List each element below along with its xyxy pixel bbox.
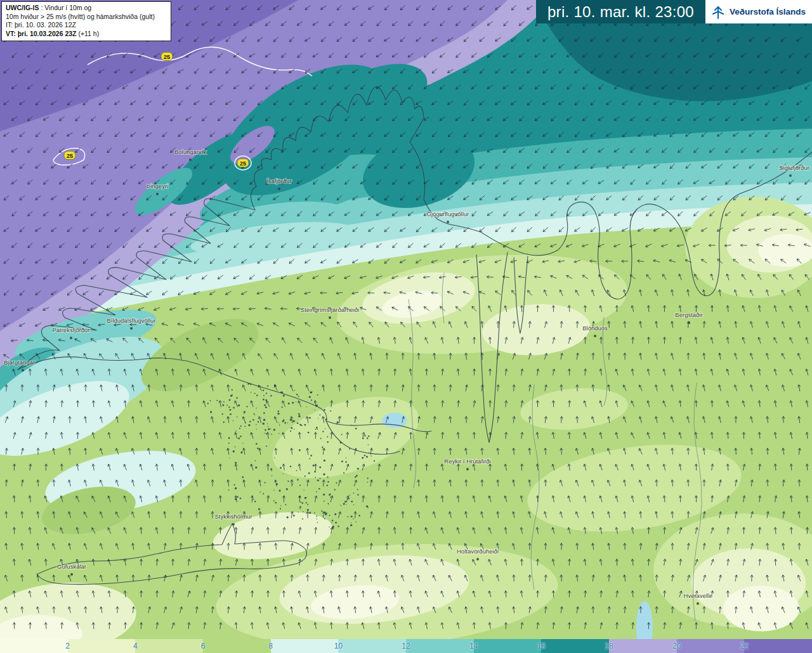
island-speckle [346,504,347,505]
island-speckle [324,460,325,462]
island-speckle [326,514,327,515]
island-speckle [244,413,244,413]
island-speckle [368,436,369,437]
place-label: Bíldudalsflugvöllur [107,317,155,324]
island-speckle [350,495,350,495]
island-speckle [286,488,288,490]
island-speckle [323,474,325,475]
island-speckle [256,429,257,429]
island-speckle [291,427,292,429]
island-speckle [257,448,259,449]
island-speckle [256,424,256,425]
island-speckle [331,522,332,524]
island-speckle [263,419,265,421]
island-speckle [252,419,254,420]
island-speckle [346,457,346,458]
island-speckle [334,489,336,490]
place-label: Stykkishólmur [214,513,252,520]
info-line-1-text: : Vindur í 10m og [39,4,92,11]
island-speckle [357,489,358,490]
island-speckle [327,441,329,443]
island-speckle [327,477,328,478]
place-dot [329,316,331,319]
island-speckle [255,467,257,469]
legend-tick-label: 20 [672,642,681,650]
island-speckle [356,475,358,477]
island-speckle [327,485,328,486]
island-speckle [334,514,336,515]
island-speckle [275,502,277,504]
island-speckle [278,422,279,423]
legend-tick-label: 16 [537,642,546,650]
island-speckle [367,437,368,439]
island-speckle [285,504,286,505]
island-speckle [254,393,256,394]
island-speckle [340,505,341,505]
island-speckle [235,430,237,432]
place-label: Siglufjörður [779,164,809,171]
place-label: Ísafjörður [266,178,292,184]
model-info-box: UWC/IG-IS : Vindur í 10m og 10m hviður >… [1,1,171,41]
island-speckle [319,477,320,479]
island-speckle [358,515,360,517]
island-speckle [317,519,317,519]
island-speckle [253,499,254,500]
island-speckle [256,443,258,445]
island-speckle [279,424,280,425]
island-speckle [349,448,350,449]
island-speckle [273,500,275,501]
island-speckle [210,400,211,401]
island-speckle [310,455,312,456]
island-speckle [264,433,265,434]
island-speckle [367,477,369,479]
place-dot [70,337,72,339]
island-speckle [324,518,325,519]
island-speckle [366,456,368,458]
island-speckle [322,430,324,432]
island-speckle [242,476,244,478]
island-speckle [254,414,255,415]
island-speckle [304,424,306,426]
island-speckle [315,477,316,478]
island-speckle [292,402,294,404]
island-speckle [311,399,312,401]
island-speckle [368,444,369,446]
island-speckle [296,401,296,402]
info-line-2: 10m hviður > 25 m/s (hvítt) og hámarkshv… [6,13,167,22]
island-speckle [298,413,300,415]
contour-badge-value: 25 [164,54,170,60]
contour-badge-value: 25 [240,160,246,167]
island-speckle [302,519,303,520]
island-speckle [309,512,311,514]
island-speckle [294,429,294,429]
island-speckle [325,428,325,429]
island-speckle [235,488,237,489]
island-speckle [341,434,343,435]
island-speckle [232,389,233,391]
island-speckle [319,415,320,416]
island-speckle [274,457,275,458]
island-speckle [287,422,288,423]
island-speckle [236,398,238,399]
island-speckle [222,404,224,406]
island-speckle [315,429,316,430]
island-speckle [357,494,358,495]
island-speckle [323,493,325,495]
island-speckle [268,426,269,427]
island-speckle [245,425,246,427]
island-speckle [317,522,318,523]
place-dot [70,573,73,576]
island-speckle [234,484,235,486]
island-speckle [341,505,341,506]
island-speckle [267,385,268,387]
island-speckle [298,396,299,397]
island-speckle [367,507,369,508]
island-speckle [242,443,243,443]
island-speckle [341,460,343,462]
place-dot [130,327,133,330]
place-dot [688,321,690,324]
island-speckle [244,411,246,413]
island-speckle [239,428,240,429]
island-speckle [317,429,318,430]
island-speckle [294,390,296,391]
